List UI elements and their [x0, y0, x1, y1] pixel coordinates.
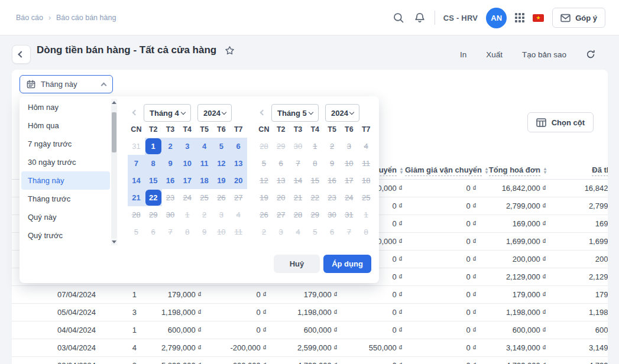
table-cell: 179,000 ₫: [479, 285, 549, 303]
chevron-up-icon: [101, 82, 107, 88]
weekday-label: T6: [341, 125, 358, 134]
breadcrumb-separator: ›: [48, 14, 51, 22]
favorite-star-icon[interactable]: [225, 46, 235, 56]
scrollbar-thumb[interactable]: [112, 112, 116, 152]
column-header[interactable]: Đã thanh toán▴▾: [549, 161, 608, 179]
back-button[interactable]: [12, 45, 31, 64]
year-select[interactable]: 2024: [197, 104, 232, 122]
weekday-label: T7: [230, 125, 247, 134]
weekday-label: T3: [290, 125, 307, 134]
day-cell[interactable]: 16: [162, 172, 179, 189]
preset-item-5[interactable]: Tháng trước: [21, 190, 110, 208]
day-cell[interactable]: 8: [145, 155, 162, 172]
day-cell[interactable]: 18: [196, 172, 213, 189]
day-cell[interactable]: 10: [179, 155, 196, 172]
preset-item-2[interactable]: 7 ngày trước: [21, 135, 110, 153]
table-cell: 04/04/2024: [12, 321, 118, 339]
day-cell[interactable]: 13: [230, 155, 247, 172]
day-cell[interactable]: 11: [196, 155, 213, 172]
day-cell[interactable]: 3: [179, 138, 196, 155]
day-cell[interactable]: 20: [230, 172, 247, 189]
day-cell[interactable]: 12: [213, 155, 230, 172]
day-cell[interactable]: 22: [145, 189, 162, 206]
table-cell: 0 ₫: [340, 285, 405, 303]
day-cell: 12: [255, 172, 273, 189]
cancel-button[interactable]: Huỷ: [274, 255, 320, 273]
year-select[interactable]: 2024: [325, 104, 359, 122]
refresh-icon[interactable]: [586, 50, 595, 59]
date-filter-button[interactable]: Tháng này: [20, 75, 113, 93]
chevron-down-icon: [309, 109, 313, 114]
choose-columns-button[interactable]: Chọn cột: [527, 112, 594, 132]
search-icon[interactable]: [392, 11, 405, 24]
table-cell: -200,000 ₫: [204, 339, 269, 356]
day-cell[interactable]: 15: [145, 172, 162, 189]
scrollbar-down-arrow[interactable]: [111, 238, 117, 245]
day-cell: 25: [196, 189, 213, 206]
day-cell[interactable]: 1: [145, 138, 162, 155]
vietnam-flag-icon[interactable]: ★: [533, 14, 544, 22]
print-action[interactable]: In: [460, 50, 466, 59]
apply-button[interactable]: Áp dụng: [323, 255, 371, 273]
export-action[interactable]: Xuất: [486, 50, 503, 59]
table-cell: 2,799,000 ₫: [479, 197, 549, 214]
apps-grid-icon[interactable]: [515, 13, 524, 22]
day-cell[interactable]: 2: [162, 138, 179, 155]
table-row: 03/04/202442,799,000 ₫-200,000 ₫2,599,00…: [12, 339, 608, 356]
day-cell[interactable]: 17: [179, 172, 196, 189]
day-cell: 23: [323, 189, 341, 206]
breadcrumb-bao-cao[interactable]: Báo cáo: [16, 14, 43, 22]
scrollbar-up-arrow[interactable]: [111, 99, 117, 106]
preset-item-6[interactable]: Quý này: [21, 208, 110, 226]
column-header[interactable]: Giảm giá vận chuyển▴▾: [405, 161, 479, 179]
day-cell[interactable]: 7: [128, 155, 145, 172]
day-cell[interactable]: 9: [162, 155, 179, 172]
table-cell: 0 ₫: [405, 321, 479, 339]
day-cell[interactable]: 14: [128, 172, 145, 189]
day-cell[interactable]: 5: [213, 138, 230, 155]
table-cell: 0 ₫: [204, 321, 269, 339]
notification-bell-icon[interactable]: [413, 11, 426, 24]
table-cell: 0 ₫: [204, 285, 269, 303]
table-cell: 600,000 ₫: [479, 321, 549, 339]
page-header: Dòng tiền bán hàng - Tất cả cửa hàng In …: [0, 35, 619, 70]
weekday-row: CNT2T3T4T5T6T7: [128, 125, 247, 134]
column-header[interactable]: Tổng hoá đơn▴▾: [479, 161, 549, 179]
day-cell: 8: [358, 223, 375, 240]
day-cell: 22: [306, 189, 323, 206]
preset-item-1[interactable]: Hôm qua: [21, 116, 110, 135]
weekday-label: T3: [162, 125, 179, 134]
day-cell[interactable]: 21: [128, 189, 145, 206]
table-cell: 16,842,000 ₫: [479, 179, 549, 197]
table-cell: 0 ₫: [405, 179, 479, 197]
day-cell: 5: [306, 223, 323, 240]
table-cell: 03/04/2024: [12, 339, 118, 356]
feedback-button[interactable]: Góp ý: [552, 8, 605, 28]
table-cell: 179,000 ₫: [549, 285, 608, 303]
table-cell: 3: [118, 356, 139, 364]
weekday-label: T4: [179, 125, 196, 134]
avatar[interactable]: AN: [486, 8, 507, 28]
table-cell: 2,129,000 ₫: [479, 268, 549, 285]
breadcrumb-bao-cao-ban-hang[interactable]: Báo cáo bán hàng: [56, 14, 116, 22]
scrollbar-track[interactable]: [111, 106, 117, 238]
table-cell: 4,799,000 ₫: [269, 356, 340, 364]
day-cell[interactable]: 4: [196, 138, 213, 155]
preset-item-4[interactable]: Tháng này: [21, 171, 110, 190]
day-cell: 8: [179, 223, 196, 240]
preset-item-3[interactable]: 30 ngày trước: [21, 153, 110, 171]
weekday-label: T7: [358, 125, 375, 134]
day-cell: 30: [323, 206, 341, 223]
day-cell[interactable]: 31: [128, 138, 145, 155]
weekday-label: CN: [255, 125, 273, 134]
month-select[interactable]: Tháng 5: [271, 104, 319, 122]
day-cell: 10: [213, 223, 230, 240]
preset-item-0[interactable]: Hôm nay: [21, 98, 110, 116]
day-cell[interactable]: 6: [230, 138, 247, 155]
day-cell: 25: [358, 189, 375, 206]
month-select[interactable]: Tháng 4: [144, 104, 191, 122]
preset-scrollbar: [111, 99, 117, 245]
duplicate-action[interactable]: Tạo bản sao: [522, 50, 566, 59]
preset-item-7[interactable]: Quý trước: [21, 226, 110, 245]
day-cell[interactable]: 19: [213, 172, 230, 189]
